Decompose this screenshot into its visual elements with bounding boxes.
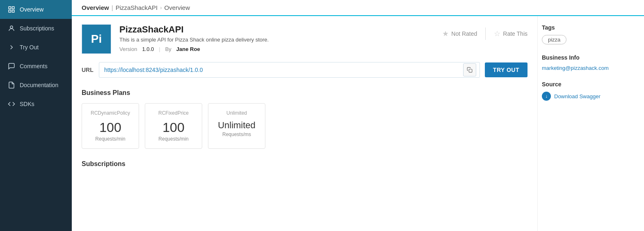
svg-rect-3	[12, 10, 14, 12]
rate-this-button[interactable]: ☆ Rate This	[494, 29, 528, 38]
breadcrumb-api-name: PizzaShackAPI	[116, 4, 158, 11]
plan-rcdynamic-value: 100	[90, 120, 130, 135]
api-info: PizzaShackAPI This is a simple API for P…	[119, 24, 434, 52]
url-label: URL	[82, 67, 94, 73]
sidebar-item-overview-label: Overview	[20, 6, 43, 13]
content-area: Pi PizzaShackAPI This is a simple API fo…	[72, 16, 644, 231]
breadcrumb-current: Overview	[164, 4, 190, 11]
tryout-icon	[7, 43, 16, 51]
sdks-icon	[7, 100, 16, 108]
copy-url-button[interactable]	[463, 63, 476, 76]
sidebar-item-sdks[interactable]: SDKs	[0, 95, 72, 113]
api-title: PizzaShackAPI	[119, 24, 434, 35]
breadcrumb-overview: Overview	[82, 4, 109, 11]
subscriptions-title: Subscriptions	[82, 160, 528, 168]
not-rated-label: Not Rated	[451, 30, 477, 37]
url-input[interactable]	[103, 62, 463, 77]
plan-unlimited-value: Unlimited	[217, 120, 257, 131]
plan-rcdynamic-name: RCDynamicPolicy	[90, 110, 130, 116]
source-section: Source ↓ Download Swagger	[542, 81, 636, 101]
plan-unlimited-name: Unlimited	[217, 110, 257, 116]
sidebar-item-overview[interactable]: Overview	[0, 0, 72, 19]
download-swagger-label: Download Swagger	[554, 93, 601, 99]
svg-rect-0	[9, 7, 11, 9]
not-rated: ★ Not Rated	[442, 29, 477, 38]
rating-divider	[485, 28, 486, 40]
plan-card-rcfixed: RCFixedPrice 100 Requests/min	[145, 103, 202, 149]
svg-rect-5	[469, 69, 472, 72]
sidebar-item-comments-label: Comments	[20, 63, 48, 69]
api-header: Pi PizzaShackAPI This is a simple API fo…	[82, 24, 528, 54]
content-main: Pi PizzaShackAPI This is a simple API fo…	[72, 16, 537, 231]
business-info-section: Business Info marketing@pizzashack.com	[542, 54, 636, 71]
plan-card-unlimited: Unlimited Unlimited Requests/ms	[208, 103, 265, 149]
right-sidebar: Tags pizza Business Info marketing@pizza…	[537, 16, 644, 231]
sidebar-item-comments[interactable]: Comments	[0, 57, 72, 76]
plan-rcfixed-value: 100	[153, 120, 194, 135]
plan-unlimited-unit: Requests/ms	[217, 132, 257, 137]
download-icon: ↓	[542, 92, 551, 101]
sidebar-item-tryout-label: Try Out	[20, 44, 39, 51]
business-plans-section: Business Plans RCDynamicPolicy 100 Reque…	[82, 89, 528, 149]
documentation-icon	[7, 81, 16, 89]
breadcrumb: Overview | PizzaShackAPI › Overview	[72, 0, 644, 16]
sidebar-item-subscriptions-label: Subscriptions	[20, 25, 54, 32]
api-logo: Pi	[82, 24, 111, 54]
business-plans-title: Business Plans	[82, 89, 528, 97]
sidebar-item-subscriptions[interactable]: Subscriptions	[0, 19, 72, 38]
url-section: URL TRY OUT	[82, 62, 528, 78]
plan-rcfixed-unit: Requests/min	[153, 136, 194, 142]
version-label: Version	[119, 46, 137, 52]
try-out-button[interactable]: TRY OUT	[485, 62, 528, 77]
sidebar-item-tryout[interactable]: Try Out	[0, 38, 72, 57]
source-title: Source	[542, 81, 636, 88]
comments-icon	[7, 62, 16, 70]
rate-this-star-icon: ☆	[494, 29, 500, 38]
meta-separator: |	[159, 46, 160, 52]
subscriptions-icon	[7, 24, 16, 32]
sidebar-item-sdks-label: SDKs	[20, 101, 34, 107]
url-input-wrap	[99, 62, 480, 78]
tag-pizza[interactable]: pizza	[542, 35, 566, 44]
business-email: marketing@pizzashack.com	[542, 65, 636, 71]
by-label: By	[165, 46, 171, 52]
breadcrumb-separator: |	[112, 4, 113, 11]
main-content: Overview | PizzaShackAPI › Overview Pi P…	[72, 0, 644, 231]
tags-section: Tags pizza	[542, 24, 636, 44]
download-swagger-link[interactable]: ↓ Download Swagger	[542, 92, 636, 101]
not-rated-star-icon: ★	[442, 29, 449, 38]
subscriptions-section: Subscriptions	[82, 160, 528, 168]
api-version: 1.0.0	[142, 46, 154, 52]
breadcrumb-arrow: ›	[160, 5, 162, 11]
sidebar-item-documentation[interactable]: Documentation	[0, 76, 72, 95]
plan-rcdynamic-unit: Requests/min	[90, 136, 130, 142]
svg-rect-2	[9, 10, 11, 12]
plans-grid: RCDynamicPolicy 100 Requests/min RCFixed…	[82, 103, 528, 149]
overview-icon	[7, 5, 16, 14]
rating-section: ★ Not Rated ☆ Rate This	[442, 24, 528, 40]
api-author: Jane Roe	[176, 46, 200, 52]
rate-this-label: Rate This	[503, 30, 528, 37]
svg-rect-1	[12, 7, 14, 9]
api-description: This is a simple API for Pizza Shack onl…	[119, 37, 434, 43]
plan-rcfixed-name: RCFixedPrice	[153, 110, 194, 116]
api-meta: Version 1.0.0 | By Jane Roe	[119, 46, 434, 52]
tags-title: Tags	[542, 24, 636, 31]
plan-card-rcdynamic: RCDynamicPolicy 100 Requests/min	[82, 103, 139, 149]
sidebar: Overview Subscriptions Try Out Comments …	[0, 0, 72, 231]
business-info-title: Business Info	[542, 54, 636, 61]
sidebar-item-documentation-label: Documentation	[20, 82, 58, 88]
svg-point-4	[10, 26, 13, 28]
